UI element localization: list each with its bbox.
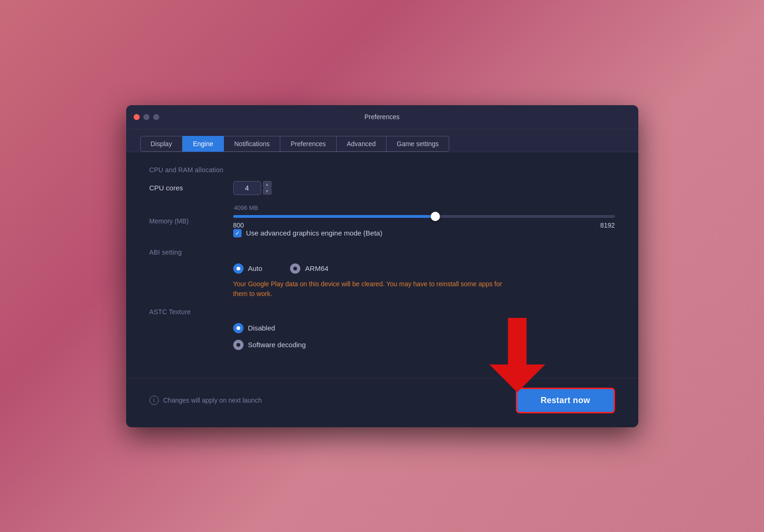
memory-slider-container: 4096 MB 800 8192 xyxy=(233,204,615,229)
titlebar: Preferences xyxy=(126,105,638,129)
astc-title: ASTC Texture xyxy=(149,308,615,316)
cpu-decrement-button[interactable]: ▼ xyxy=(263,188,271,195)
abi-auto-label: Auto xyxy=(248,264,263,272)
restart-now-button[interactable]: Restart now xyxy=(516,388,615,413)
cpu-cores-input[interactable] xyxy=(233,181,261,195)
graphics-checkbox-row: ✓ Use advanced graphics engine mode (Bet… xyxy=(233,229,615,237)
close-button[interactable] xyxy=(134,114,140,120)
abi-arm64-radio[interactable] xyxy=(290,263,300,274)
cpu-spinner: ▲ ▼ xyxy=(233,181,271,195)
traffic-lights xyxy=(134,114,159,120)
graphics-checkbox[interactable]: ✓ xyxy=(233,229,242,237)
memory-slider-track[interactable] xyxy=(233,215,615,218)
abi-title: ABI setting xyxy=(149,249,615,256)
astc-radio-group: Disabled Software decoding xyxy=(233,323,615,350)
astc-section: ASTC Texture Disabled Software decoding xyxy=(149,308,615,350)
graphics-checkbox-label: Use advanced graphics engine mode (Beta) xyxy=(246,229,383,237)
memory-slider-fill xyxy=(233,215,436,218)
info-icon: i xyxy=(149,396,159,405)
abi-auto-option[interactable]: Auto xyxy=(233,263,263,274)
memory-current-value: 4096 MB xyxy=(234,204,615,211)
window-title: Preferences xyxy=(365,113,399,121)
abi-section: ABI setting Auto ARM64 Your Google Play … xyxy=(149,249,615,299)
astc-disabled-option[interactable]: Disabled xyxy=(233,323,615,333)
astc-disabled-label: Disabled xyxy=(248,324,275,332)
cpu-ram-title: CPU and RAM allocation xyxy=(149,166,615,174)
slider-min-label: 800 xyxy=(233,222,244,229)
tab-game-settings[interactable]: Game settings xyxy=(386,136,449,152)
main-content: CPU and RAM allocation CPU cores ▲ ▼ Mem… xyxy=(126,152,638,378)
astc-disabled-radio[interactable] xyxy=(233,323,243,333)
footer: i Changes will apply on next launch Rest… xyxy=(126,378,638,427)
maximize-button[interactable] xyxy=(153,114,159,120)
minimize-button[interactable] xyxy=(143,114,149,120)
footer-info: i Changes will apply on next launch xyxy=(149,396,262,405)
astc-software-label: Software decoding xyxy=(248,341,306,349)
slider-labels: 800 8192 xyxy=(233,222,615,229)
abi-auto-radio[interactable] xyxy=(233,263,243,274)
tab-notifications[interactable]: Notifications xyxy=(224,136,280,152)
abi-arm64-label: ARM64 xyxy=(305,264,328,272)
memory-label: Memory (MB) xyxy=(149,204,233,225)
tab-engine[interactable]: Engine xyxy=(183,136,224,152)
cpu-ram-section: CPU and RAM allocation CPU cores ▲ ▼ Mem… xyxy=(149,166,615,229)
abi-warning-text: Your Google Play data on this device wil… xyxy=(233,279,503,299)
astc-software-option[interactable]: Software decoding xyxy=(233,340,615,350)
preferences-window: Preferences Display Engine Notifications… xyxy=(126,105,638,427)
checkmark-icon: ✓ xyxy=(235,230,240,236)
memory-slider-thumb[interactable] xyxy=(431,212,440,221)
astc-software-radio[interactable] xyxy=(233,340,243,350)
cpu-increment-button[interactable]: ▲ xyxy=(263,181,271,188)
cpu-cores-row: CPU cores ▲ ▼ xyxy=(149,181,615,195)
tab-preferences[interactable]: Preferences xyxy=(280,136,336,152)
tab-advanced[interactable]: Advanced xyxy=(337,136,386,152)
tab-display[interactable]: Display xyxy=(140,136,183,152)
footer-info-text: Changes will apply on next launch xyxy=(163,397,262,404)
tabs-bar: Display Engine Notifications Preferences… xyxy=(126,129,638,152)
slider-max-label: 8192 xyxy=(600,222,615,229)
abi-radio-group: Auto ARM64 xyxy=(233,263,615,274)
abi-arm64-option[interactable]: ARM64 xyxy=(290,263,328,274)
cpu-cores-label: CPU cores xyxy=(149,184,233,192)
memory-row: Memory (MB) 4096 MB 800 8192 xyxy=(149,204,615,229)
spinner-arrows: ▲ ▼ xyxy=(263,181,271,195)
